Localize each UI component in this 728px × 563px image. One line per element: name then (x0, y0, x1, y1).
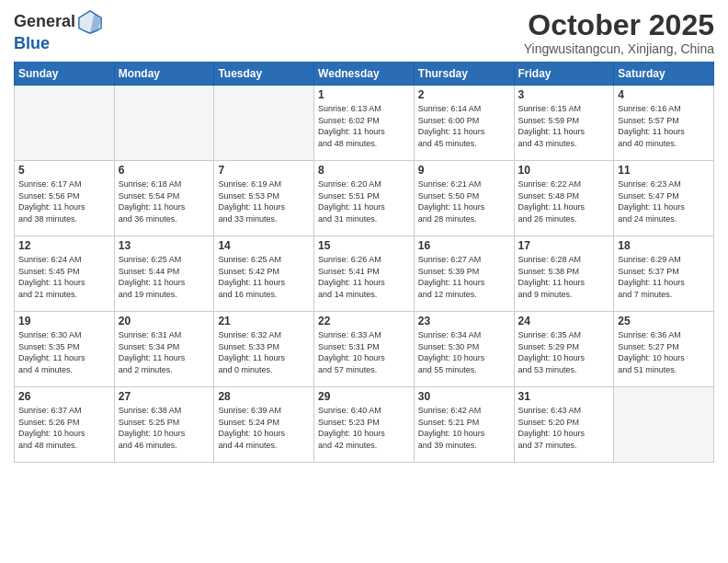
day-cell-1-5: 10Sunrise: 6:22 AM Sunset: 5:48 PM Dayli… (514, 161, 614, 236)
day-cell-4-4: 30Sunrise: 6:42 AM Sunset: 5:21 PM Dayli… (414, 387, 514, 463)
day-cell-4-0: 26Sunrise: 6:37 AM Sunset: 5:26 PM Dayli… (15, 387, 115, 463)
day-info-1-2: Sunrise: 6:19 AM Sunset: 5:53 PM Dayligh… (218, 178, 310, 224)
day-info-3-6: Sunrise: 6:36 AM Sunset: 5:27 PM Dayligh… (618, 329, 710, 375)
day-info-2-3: Sunrise: 6:26 AM Sunset: 5:41 PM Dayligh… (318, 254, 410, 300)
day-cell-0-3: 1Sunrise: 6:13 AM Sunset: 6:02 PM Daylig… (314, 86, 415, 161)
header-monday: Monday (114, 63, 214, 86)
day-info-3-0: Sunrise: 6:30 AM Sunset: 5:35 PM Dayligh… (18, 329, 110, 375)
day-cell-2-0: 12Sunrise: 6:24 AM Sunset: 5:45 PM Dayli… (15, 236, 115, 312)
day-info-4-0: Sunrise: 6:37 AM Sunset: 5:26 PM Dayligh… (18, 405, 110, 451)
day-number-1-6: 11 (618, 164, 710, 177)
day-number-2-6: 18 (618, 239, 710, 252)
header-wednesday: Wednesday (314, 63, 415, 86)
day-cell-0-6: 4Sunrise: 6:16 AM Sunset: 5:57 PM Daylig… (614, 86, 714, 161)
day-cell-4-3: 29Sunrise: 6:40 AM Sunset: 5:23 PM Dayli… (314, 387, 415, 463)
header: General Blue October 2025 Yingwusitangcu… (14, 9, 714, 56)
header-friday: Friday (514, 63, 614, 86)
day-info-2-2: Sunrise: 6:25 AM Sunset: 5:42 PM Dayligh… (218, 254, 310, 300)
day-number-1-0: 5 (18, 164, 110, 177)
day-cell-1-2: 7Sunrise: 6:19 AM Sunset: 5:53 PM Daylig… (214, 161, 314, 236)
logo: General Blue (14, 9, 103, 53)
day-cell-1-3: 8Sunrise: 6:20 AM Sunset: 5:51 PM Daylig… (314, 161, 415, 236)
day-number-1-4: 9 (418, 164, 510, 177)
day-info-3-2: Sunrise: 6:32 AM Sunset: 5:33 PM Dayligh… (218, 329, 310, 375)
day-cell-2-1: 13Sunrise: 6:25 AM Sunset: 5:44 PM Dayli… (114, 236, 214, 312)
day-number-0-4: 2 (418, 88, 510, 101)
day-info-1-0: Sunrise: 6:17 AM Sunset: 5:56 PM Dayligh… (18, 178, 110, 224)
day-cell-0-4: 2Sunrise: 6:14 AM Sunset: 6:00 PM Daylig… (414, 86, 514, 161)
day-info-1-3: Sunrise: 6:20 AM Sunset: 5:51 PM Dayligh… (318, 178, 410, 224)
title-block: October 2025 Yingwusitangcun, Xinjiang, … (524, 9, 714, 56)
month-title: October 2025 (524, 9, 714, 41)
day-cell-3-1: 20Sunrise: 6:31 AM Sunset: 5:34 PM Dayli… (114, 312, 214, 387)
day-cell-1-6: 11Sunrise: 6:23 AM Sunset: 5:47 PM Dayli… (614, 161, 714, 236)
week-row-1: 5Sunrise: 6:17 AM Sunset: 5:56 PM Daylig… (15, 161, 714, 236)
day-cell-0-0 (15, 86, 115, 161)
day-number-2-2: 14 (218, 239, 310, 252)
logo-icon (77, 9, 103, 35)
day-number-3-4: 23 (418, 315, 510, 327)
day-cell-4-6 (614, 387, 714, 463)
day-cell-1-1: 6Sunrise: 6:18 AM Sunset: 5:54 PM Daylig… (114, 161, 214, 236)
day-number-3-5: 24 (518, 315, 610, 327)
day-info-3-4: Sunrise: 6:34 AM Sunset: 5:30 PM Dayligh… (418, 329, 510, 375)
day-cell-1-4: 9Sunrise: 6:21 AM Sunset: 5:50 PM Daylig… (414, 161, 514, 236)
day-number-3-1: 20 (119, 315, 210, 327)
day-number-0-3: 1 (318, 88, 410, 101)
day-info-2-1: Sunrise: 6:25 AM Sunset: 5:44 PM Dayligh… (119, 254, 210, 300)
day-info-3-3: Sunrise: 6:33 AM Sunset: 5:31 PM Dayligh… (318, 329, 410, 375)
day-cell-4-2: 28Sunrise: 6:39 AM Sunset: 5:24 PM Dayli… (214, 387, 314, 463)
day-info-3-1: Sunrise: 6:31 AM Sunset: 5:34 PM Dayligh… (119, 329, 210, 375)
calendar-table: Sunday Monday Tuesday Wednesday Thursday… (14, 62, 714, 463)
day-info-4-2: Sunrise: 6:39 AM Sunset: 5:24 PM Dayligh… (218, 405, 310, 451)
day-number-0-5: 3 (518, 88, 610, 101)
day-info-1-4: Sunrise: 6:21 AM Sunset: 5:50 PM Dayligh… (418, 178, 510, 224)
logo-general-text: General (14, 13, 75, 31)
day-info-1-6: Sunrise: 6:23 AM Sunset: 5:47 PM Dayligh… (618, 178, 710, 224)
day-cell-2-2: 14Sunrise: 6:25 AM Sunset: 5:42 PM Dayli… (214, 236, 314, 312)
day-info-1-5: Sunrise: 6:22 AM Sunset: 5:48 PM Dayligh… (518, 178, 610, 224)
day-cell-3-0: 19Sunrise: 6:30 AM Sunset: 5:35 PM Dayli… (15, 312, 115, 387)
day-info-2-5: Sunrise: 6:28 AM Sunset: 5:38 PM Dayligh… (518, 254, 610, 300)
location: Yingwusitangcun, Xinjiang, China (524, 41, 714, 56)
day-number-2-5: 17 (518, 239, 610, 252)
day-number-1-1: 6 (119, 164, 210, 177)
day-cell-3-3: 22Sunrise: 6:33 AM Sunset: 5:31 PM Dayli… (314, 312, 415, 387)
day-number-4-5: 31 (518, 390, 610, 403)
day-cell-3-5: 24Sunrise: 6:35 AM Sunset: 5:29 PM Dayli… (514, 312, 614, 387)
day-number-4-2: 28 (218, 390, 310, 403)
day-number-2-1: 13 (119, 239, 210, 252)
week-row-3: 19Sunrise: 6:30 AM Sunset: 5:35 PM Dayli… (15, 312, 714, 387)
day-number-3-2: 21 (218, 315, 310, 327)
day-number-2-0: 12 (18, 239, 110, 252)
day-cell-2-6: 18Sunrise: 6:29 AM Sunset: 5:37 PM Dayli… (614, 236, 714, 312)
day-cell-4-1: 27Sunrise: 6:38 AM Sunset: 5:25 PM Dayli… (114, 387, 214, 463)
logo-blue-text: Blue (14, 35, 103, 53)
day-cell-2-5: 17Sunrise: 6:28 AM Sunset: 5:38 PM Dayli… (514, 236, 614, 312)
day-number-4-0: 26 (18, 390, 110, 403)
day-info-0-6: Sunrise: 6:16 AM Sunset: 5:57 PM Dayligh… (618, 103, 710, 149)
day-number-4-1: 27 (119, 390, 210, 403)
day-cell-4-5: 31Sunrise: 6:43 AM Sunset: 5:20 PM Dayli… (514, 387, 614, 463)
day-info-3-5: Sunrise: 6:35 AM Sunset: 5:29 PM Dayligh… (518, 329, 610, 375)
day-cell-2-3: 15Sunrise: 6:26 AM Sunset: 5:41 PM Dayli… (314, 236, 415, 312)
day-info-2-0: Sunrise: 6:24 AM Sunset: 5:45 PM Dayligh… (18, 254, 110, 300)
header-tuesday: Tuesday (214, 63, 314, 86)
header-saturday: Saturday (614, 63, 714, 86)
day-cell-0-2 (214, 86, 314, 161)
weekday-header-row: Sunday Monday Tuesday Wednesday Thursday… (15, 63, 714, 86)
day-info-0-3: Sunrise: 6:13 AM Sunset: 6:02 PM Dayligh… (318, 103, 410, 149)
day-number-2-4: 16 (418, 239, 510, 252)
day-number-0-6: 4 (618, 88, 710, 101)
day-cell-0-5: 3Sunrise: 6:15 AM Sunset: 5:59 PM Daylig… (514, 86, 614, 161)
day-info-2-4: Sunrise: 6:27 AM Sunset: 5:39 PM Dayligh… (418, 254, 510, 300)
day-number-2-3: 15 (318, 239, 410, 252)
calendar-page: General Blue October 2025 Yingwusitangcu… (0, 0, 728, 563)
day-cell-3-6: 25Sunrise: 6:36 AM Sunset: 5:27 PM Dayli… (614, 312, 714, 387)
day-number-3-3: 22 (318, 315, 410, 327)
day-number-1-3: 8 (318, 164, 410, 177)
day-info-4-5: Sunrise: 6:43 AM Sunset: 5:20 PM Dayligh… (518, 405, 610, 451)
day-info-2-6: Sunrise: 6:29 AM Sunset: 5:37 PM Dayligh… (618, 254, 710, 300)
day-info-4-4: Sunrise: 6:42 AM Sunset: 5:21 PM Dayligh… (418, 405, 510, 451)
day-number-4-4: 30 (418, 390, 510, 403)
